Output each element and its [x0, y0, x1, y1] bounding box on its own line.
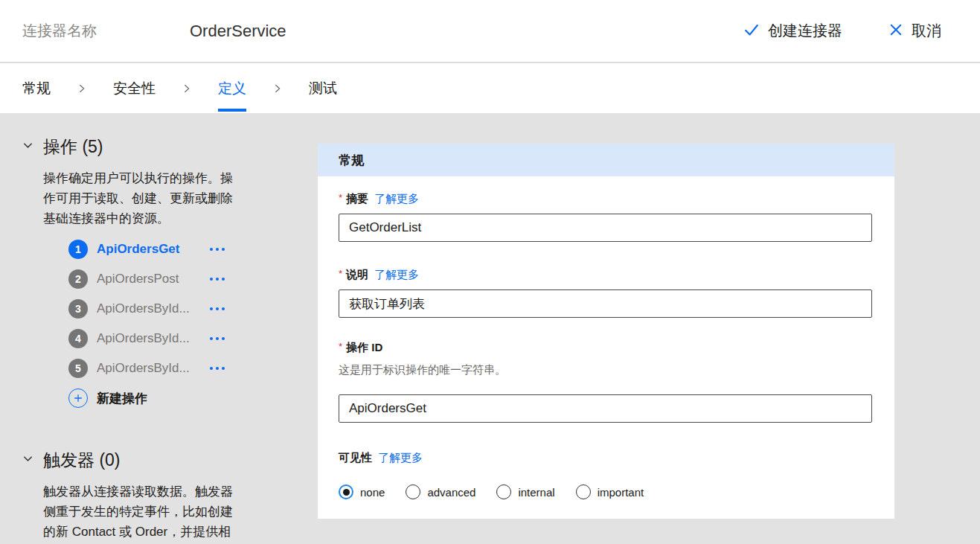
- action-number-badge: 1: [68, 240, 88, 259]
- visibility-radio-none[interactable]: none: [339, 484, 385, 499]
- action-item-label: ApiOrdersGet: [97, 242, 207, 257]
- visibility-radio-important[interactable]: important: [576, 484, 644, 499]
- connector-name-value: OrderService: [190, 22, 286, 41]
- panel-title: 常规: [339, 152, 364, 169]
- chevron-right-icon: [182, 83, 192, 94]
- triggers-section-header[interactable]: 触发器 (0): [22, 449, 318, 471]
- radio-icon: [406, 484, 420, 499]
- operation-id-field-block: * 操作 ID 这是用于标识操作的唯一字符串。: [339, 341, 872, 423]
- wizard-nav: 常规 安全性 定义 测试: [0, 63, 980, 113]
- radio-label: advanced: [427, 486, 475, 499]
- chevron-right-icon: [77, 83, 87, 94]
- visibility-radio-group: none advanced internal important: [339, 484, 872, 499]
- action-item-label: ApiOrdersPost: [97, 272, 207, 287]
- definition-sidebar: 操作 (5) 操作确定用户可以执行的操作。操作可用于读取、创建、更新或删除基础连…: [0, 113, 318, 544]
- action-item-menu-button[interactable]: [207, 273, 228, 285]
- summary-label: 摘要: [346, 192, 368, 206]
- required-marker: *: [339, 268, 342, 279]
- action-item-menu-button[interactable]: [207, 243, 228, 255]
- required-marker: *: [339, 192, 342, 203]
- tab-general[interactable]: 常规: [22, 63, 51, 113]
- chevron-down-icon: [22, 140, 33, 154]
- action-item-menu-button[interactable]: [207, 362, 228, 374]
- description-field-block: * 说明 了解更多: [339, 268, 872, 318]
- new-action-button[interactable]: 新建操作: [68, 383, 147, 413]
- action-item-apiordersbyid-2[interactable]: 4 ApiOrdersById...: [68, 324, 318, 353]
- action-number-badge: 2: [68, 269, 88, 289]
- summary-input[interactable]: [339, 214, 872, 242]
- visibility-radio-advanced[interactable]: advanced: [406, 484, 475, 499]
- operation-id-input[interactable]: [339, 394, 872, 423]
- general-panel: 常规 * 摘要 了解更多 * 说明 了解更多 * 操作 ID 这是用于标识操作的: [318, 144, 894, 519]
- radio-icon: [339, 484, 353, 499]
- action-item-apiordersget[interactable]: 1 ApiOrdersGet: [68, 234, 318, 264]
- visibility-field-block: 可见性 了解更多 none advanced internal: [339, 451, 872, 499]
- new-action-label: 新建操作: [97, 390, 147, 407]
- radio-icon: [496, 484, 511, 499]
- panel-body: * 摘要 了解更多 * 说明 了解更多 * 操作 ID 这是用于标识操作的唯一字…: [318, 176, 894, 499]
- action-item-label: ApiOrdersById...: [97, 361, 207, 376]
- action-number-badge: 4: [68, 329, 88, 348]
- tab-definition[interactable]: 定义: [218, 63, 246, 113]
- action-item-label: ApiOrdersById...: [97, 301, 207, 316]
- description-input[interactable]: [339, 289, 872, 318]
- connector-name-label: 连接器名称: [22, 21, 190, 41]
- visibility-learn-more-link[interactable]: 了解更多: [378, 451, 423, 465]
- chevron-right-icon: [272, 83, 283, 94]
- tab-test[interactable]: 测试: [309, 63, 337, 113]
- visibility-label: 可见性: [339, 451, 372, 465]
- action-item-apiorderspost[interactable]: 2 ApiOrdersPost: [68, 264, 318, 294]
- visibility-radio-internal[interactable]: internal: [496, 484, 554, 499]
- chevron-down-icon: [22, 453, 33, 467]
- cancel-label: 取消: [912, 21, 941, 41]
- triggers-section-description: 触发器从连接器读取数据。触发器侧重于发生的特定事件，比如创建的新 Contact…: [43, 481, 234, 544]
- radio-label: none: [360, 486, 385, 499]
- create-connector-button[interactable]: 创建连接器: [743, 21, 842, 41]
- actions-section-title: 操作 (5): [43, 135, 103, 159]
- action-item-apiordersbyid-1[interactable]: 3 ApiOrdersById...: [68, 294, 318, 324]
- action-item-menu-button[interactable]: [207, 303, 228, 315]
- panel-header: 常规: [318, 144, 894, 176]
- required-marker: *: [339, 341, 342, 352]
- description-label: 说明: [346, 268, 368, 282]
- operation-id-helper-text: 这是用于标识操作的唯一字符串。: [339, 363, 872, 377]
- summary-learn-more-link[interactable]: 了解更多: [374, 192, 419, 206]
- plus-icon: [68, 388, 88, 408]
- close-icon: [888, 22, 903, 39]
- action-number-badge: 3: [68, 299, 88, 319]
- actions-list: 1 ApiOrdersGet 2 ApiOrdersPost 3 ApiOrde…: [68, 234, 318, 413]
- operation-id-label: 操作 ID: [346, 341, 382, 355]
- actions-section-header[interactable]: 操作 (5): [22, 135, 318, 158]
- app-header: 连接器名称 OrderService 创建连接器 取消: [0, 0, 980, 63]
- action-item-label: ApiOrdersById...: [97, 331, 207, 346]
- cancel-button[interactable]: 取消: [888, 21, 941, 41]
- tab-security[interactable]: 安全性: [113, 63, 156, 113]
- action-item-menu-button[interactable]: [207, 333, 228, 345]
- header-actions: 创建连接器 取消: [743, 21, 941, 41]
- radio-label: internal: [518, 486, 554, 499]
- triggers-section-title: 触发器 (0): [43, 449, 121, 472]
- radio-icon: [576, 484, 591, 499]
- actions-section-description: 操作确定用户可以执行的操作。操作可用于读取、创建、更新或删除基础连接器中的资源。: [43, 168, 234, 228]
- action-item-apiordersbyid-3[interactable]: 5 ApiOrdersById...: [68, 353, 318, 383]
- radio-label: important: [598, 486, 644, 499]
- action-number-badge: 5: [68, 359, 88, 378]
- description-learn-more-link[interactable]: 了解更多: [374, 268, 419, 282]
- summary-field-block: * 摘要 了解更多: [339, 192, 872, 242]
- create-connector-label: 创建连接器: [768, 21, 842, 41]
- checkmark-icon: [743, 22, 760, 40]
